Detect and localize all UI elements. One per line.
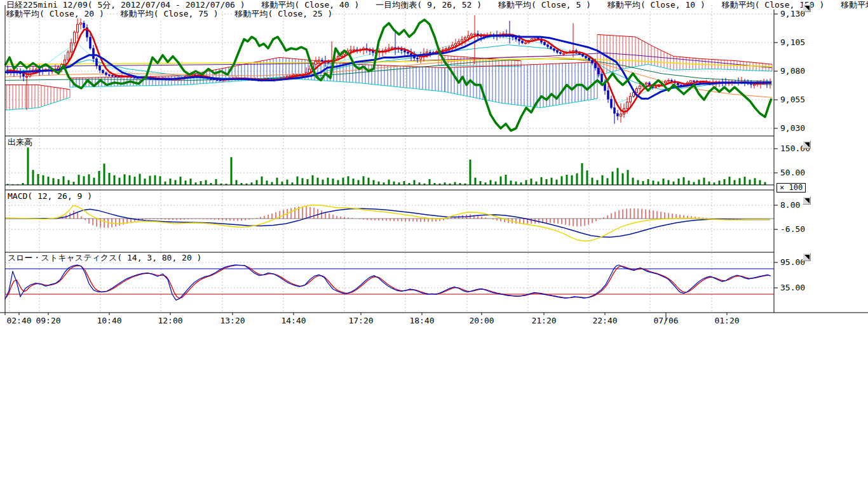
volume-panel-label: 出来高 [8,138,34,147]
chart-canvas [0,0,868,330]
chart-application-window: 日経225mini 12/09( 5分, 2012/07/04 - 2012/0… [0,0,868,488]
corner-triangle-icon [803,254,810,261]
time-axis-tick-label: 20:00 [469,316,494,325]
time-axis-tick-label: 13:20 [220,316,245,325]
volume-unit-multiplier-box: × 100 [776,183,806,193]
y-axis-tick-label: 8.00 [780,201,800,209]
time-axis-tick-label: 14:40 [281,316,306,325]
time-axis-tick-label: 12:00 [158,316,182,325]
indicator-label: 移動平均( Close, 20 ) [6,9,104,18]
indicator-label: 移動平均( Close, 5 ) [498,0,591,10]
y-axis-tick-label: 50.00 [780,168,805,177]
indicator-label: 一目均衡表( 9, 26, 52 ) [376,0,482,10]
panel-scale-corner-button[interactable] [803,140,811,149]
time-axis-tick-label: 10:40 [97,316,121,325]
y-axis-tick-label: 9,030 [780,124,805,132]
time-axis-tick-label: 17:20 [348,316,373,325]
time-axis-tick-label: 01:20 [714,316,739,325]
y-axis-tick-label: 95.00 [780,258,805,266]
indicator-label: 日経225mini 12/09( 5分, 2012/07/04 - 2012/0… [6,0,245,10]
panel-scale-corner-button[interactable] [803,4,811,12]
time-axis-tick-label: 18:40 [409,316,434,325]
y-axis-tick-label: 9,130 [780,10,805,18]
time-axis-date-label: 07/06 [653,316,678,325]
time-axis-tick-label: 09:20 [36,316,60,325]
y-axis-tick-label: 9,055 [780,95,805,104]
y-axis-tick-label: 9,105 [780,38,805,46]
indicator-label: 移動平均( Close, 40 ) [262,0,360,10]
panel-scale-corner-button[interactable] [803,196,811,205]
y-axis-tick-label: 35.00 [780,283,805,292]
y-axis-tick-label: 9,080 [780,67,805,75]
indicator-label: 移動平均( Close, 75 ) [121,9,219,18]
indicator-header-line-2: 移動平均( Close, 20 )移動平均( Close, 75 )移動平均( … [6,10,349,18]
panel-scale-corner-button[interactable] [803,253,811,261]
y-axis-tick-label: -6.50 [780,225,805,233]
indicator-header-line-1: 日経225mini 12/09( 5分, 2012/07/04 - 2012/0… [6,1,868,10]
time-axis-tick-label: 22:40 [592,316,617,325]
corner-triangle-icon [803,197,810,204]
time-axis-tick-label: 21:20 [531,316,556,325]
corner-triangle-icon [803,4,810,11]
time-axis-tick-label: 02:40 [6,316,31,325]
indicator-label: 移動平均( Close, 25 ) [235,9,333,18]
macd-panel-label: MACD( 12, 26, 9 ) [8,192,93,201]
stochastics-panel-label: スロー・ストキャスティクス( 14, 3, 80, 20 ) [8,254,203,262]
corner-triangle-icon [803,141,810,148]
indicator-label: 移動平均( Close, 10 ) [607,0,705,10]
indicator-label: 移動平均( Close, 75 ) [841,0,868,10]
